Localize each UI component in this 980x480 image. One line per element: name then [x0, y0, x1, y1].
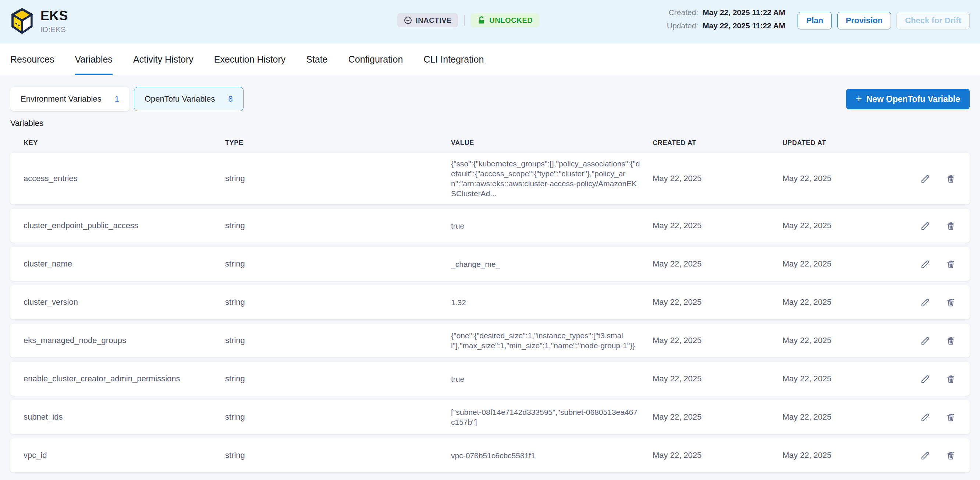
column-header-updated-at: UPDATED AT: [783, 139, 904, 147]
table-row: subnet_ids string ["subnet-08f14e7142d33…: [10, 400, 970, 434]
created-value: May 22, 2025 11:22 AM: [703, 8, 785, 17]
variable-value: true: [451, 374, 652, 384]
variable-key: access_entries: [24, 174, 225, 183]
variable-updated-at: May 22, 2025: [783, 259, 904, 269]
variable-type: string: [225, 259, 451, 269]
edit-variable-button[interactable]: [920, 258, 931, 270]
table-header-row: KEY TYPE VALUE CREATED AT UPDATED AT: [10, 128, 970, 153]
column-header-created-at: CREATED AT: [652, 139, 783, 147]
pencil-icon: [920, 450, 931, 461]
variable-value: {"sso":{"kubernetes_groups":[],"policy_a…: [451, 159, 652, 198]
variable-created-at: May 22, 2025: [652, 412, 783, 422]
variable-type: string: [225, 412, 451, 422]
opentofu-variables-count: 8: [228, 94, 233, 104]
tab-cli-integration[interactable]: CLI Integration: [423, 43, 484, 75]
variable-value: {"one":{"desired_size":1,"instance_types…: [451, 330, 652, 351]
variable-updated-at: May 22, 2025: [783, 174, 904, 183]
check-for-drift-button[interactable]: Check for Drift: [896, 12, 970, 29]
variable-value: 1.32: [451, 297, 652, 307]
page-title: EKS: [40, 8, 68, 24]
environment-variables-chip-label: Environment Variables: [21, 94, 102, 104]
variable-value: ["subnet-08f14e7142d333595","subnet-0680…: [451, 407, 652, 427]
table-row: access_entries string {"sso":{"kubernete…: [10, 153, 970, 204]
updated-value: May 22, 2025 11:22 AM: [703, 21, 785, 30]
pencil-icon: [920, 258, 931, 270]
delete-variable-button[interactable]: [945, 173, 956, 184]
pencil-icon: [920, 297, 931, 308]
new-opentofu-variable-button-label: New OpenTofu Variable: [866, 94, 960, 104]
delete-variable-button[interactable]: [945, 411, 956, 423]
delete-variable-button[interactable]: [945, 373, 956, 385]
variable-created-at: May 22, 2025: [652, 174, 783, 183]
tab-configuration[interactable]: Configuration: [348, 43, 403, 75]
trash-icon: [945, 335, 956, 346]
tab-state[interactable]: State: [306, 43, 328, 75]
tab-activity-history[interactable]: Activity History: [133, 43, 194, 75]
delete-variable-button[interactable]: [945, 258, 956, 270]
badge-divider: [464, 15, 465, 26]
variable-type: string: [225, 451, 451, 460]
table-row: enable_cluster_creator_admin_permissions…: [10, 362, 970, 396]
delete-variable-button[interactable]: [945, 297, 956, 308]
trash-icon: [945, 411, 956, 423]
new-opentofu-variable-button[interactable]: + New OpenTofu Variable: [846, 89, 970, 109]
tab-execution-history[interactable]: Execution History: [214, 43, 286, 75]
circle-minus-icon: [404, 16, 412, 25]
variable-updated-at: May 22, 2025: [783, 336, 904, 345]
edit-variable-button[interactable]: [920, 297, 931, 308]
unlocked-status-label: UNLOCKED: [489, 16, 533, 25]
edit-variable-button[interactable]: [920, 450, 931, 461]
edit-variable-button[interactable]: [920, 220, 931, 231]
variable-value: _change_me_: [451, 259, 652, 269]
delete-variable-button[interactable]: [945, 220, 956, 231]
brand: EKS ID:EKS: [10, 7, 68, 35]
variable-updated-at: May 22, 2025: [783, 297, 904, 307]
provision-button[interactable]: Provision: [837, 12, 891, 29]
variables-section-title: Variables: [10, 118, 970, 128]
trash-icon: [945, 373, 956, 385]
variables-table: KEY TYPE VALUE CREATED AT UPDATED AT acc…: [10, 128, 970, 472]
variable-key: eks_managed_node_groups: [24, 336, 225, 345]
edit-variable-button[interactable]: [920, 335, 931, 346]
delete-variable-button[interactable]: [945, 450, 956, 461]
variable-key: cluster_endpoint_public_access: [24, 221, 225, 230]
pencil-icon: [920, 335, 931, 346]
variable-type: string: [225, 174, 451, 183]
variable-type: string: [225, 297, 451, 307]
pencil-icon: [920, 373, 931, 385]
variable-created-at: May 22, 2025: [652, 297, 783, 307]
variable-key: cluster_name: [24, 259, 225, 269]
tab-resources[interactable]: Resources: [10, 43, 54, 75]
edit-variable-button[interactable]: [920, 411, 931, 423]
variable-key: enable_cluster_creator_admin_permissions: [24, 374, 225, 384]
opentofu-variables-chip[interactable]: OpenTofu Variables 8: [134, 87, 243, 111]
edit-variable-button[interactable]: [920, 373, 931, 385]
environment-variables-count: 1: [115, 94, 119, 104]
created-label: Created:: [667, 8, 698, 17]
variable-updated-at: May 22, 2025: [783, 412, 904, 422]
table-row: eks_managed_node_groups string {"one":{"…: [10, 324, 970, 357]
pencil-icon: [920, 173, 931, 184]
trash-icon: [945, 173, 956, 184]
variable-type: string: [225, 221, 451, 230]
variable-key: cluster_version: [24, 297, 225, 307]
trash-icon: [945, 450, 956, 461]
status-badges: INACTIVE UNLOCKED: [397, 13, 539, 27]
trash-icon: [945, 258, 956, 270]
column-header-type: TYPE: [225, 139, 451, 147]
environment-variables-chip[interactable]: Environment Variables 1: [10, 87, 129, 111]
edit-variable-button[interactable]: [920, 173, 931, 184]
pencil-icon: [920, 220, 931, 231]
variable-created-at: May 22, 2025: [652, 451, 783, 460]
trash-icon: [945, 297, 956, 308]
plan-button[interactable]: Plan: [797, 12, 831, 29]
delete-variable-button[interactable]: [945, 335, 956, 346]
tab-variables[interactable]: Variables: [75, 43, 113, 75]
variable-value: vpc-078b51c6cbc5581f1: [451, 451, 652, 461]
opentofu-variables-chip-label: OpenTofu Variables: [145, 94, 215, 104]
column-header-key: KEY: [24, 139, 225, 147]
table-row: cluster_name string _change_me_ May 22, …: [10, 247, 970, 281]
unlocked-status-badge: UNLOCKED: [471, 13, 539, 27]
trash-icon: [945, 220, 956, 231]
variable-created-at: May 22, 2025: [652, 374, 783, 384]
